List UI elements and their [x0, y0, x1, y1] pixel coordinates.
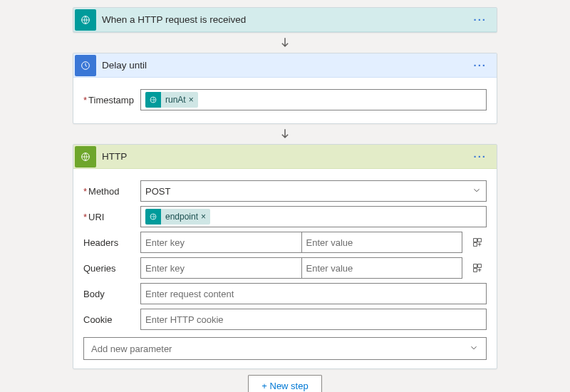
step-http-action: HTTP ··· Method POST URI endpoint — [73, 144, 497, 369]
svg-rect-8 — [474, 264, 477, 268]
connector-arrow — [0, 127, 570, 141]
step-http-trigger: When a HTTP request is received ··· — [73, 7, 497, 33]
method-select[interactable]: POST — [140, 180, 487, 202]
token-remove-button[interactable]: × — [189, 95, 194, 105]
method-value: POST — [145, 186, 170, 197]
cookie-input[interactable]: Enter HTTP cookie — [140, 309, 487, 330]
headers-key-input[interactable]: Enter key — [140, 232, 302, 253]
step-header[interactable]: HTTP ··· — [73, 145, 497, 169]
svg-rect-7 — [474, 243, 477, 247]
headers-value-input[interactable]: Enter value — [302, 232, 463, 253]
token-label: runAt — [165, 95, 186, 105]
uri-label: URI — [83, 212, 140, 222]
step-title: Delay until — [102, 60, 470, 71]
http-request-icon — [75, 9, 96, 31]
add-parameter-select[interactable]: Add new parameter — [83, 337, 487, 360]
body-input[interactable]: Enter request content — [140, 283, 487, 304]
connector-arrow — [0, 36, 570, 50]
token-runat[interactable]: runAt × — [145, 92, 198, 108]
clock-icon — [75, 55, 96, 76]
step-header[interactable]: When a HTTP request is received ··· — [73, 8, 497, 32]
queries-label: Queries — [83, 263, 140, 274]
token-label: endpoint — [165, 212, 198, 222]
svg-rect-6 — [478, 239, 482, 242]
queries-key-input[interactable]: Enter key — [140, 257, 302, 279]
http-request-icon — [145, 92, 161, 108]
token-remove-button[interactable]: × — [201, 212, 206, 222]
svg-rect-5 — [474, 239, 477, 242]
timestamp-input[interactable]: runAt × — [140, 89, 487, 110]
step-header[interactable]: Delay until ··· — [73, 53, 497, 78]
switch-mode-button[interactable] — [468, 232, 487, 253]
svg-rect-10 — [474, 269, 477, 272]
step-delay-until: Delay until ··· Timestamp runAt × — [73, 53, 497, 124]
globe-icon — [75, 146, 96, 167]
body-label: Body — [83, 289, 140, 299]
svg-rect-9 — [478, 264, 482, 268]
switch-mode-button[interactable] — [468, 257, 487, 279]
cookie-label: Cookie — [83, 314, 140, 325]
step-menu-button[interactable]: ··· — [470, 59, 489, 71]
new-step-container: + New step — [0, 375, 570, 392]
method-label: Method — [83, 186, 140, 197]
uri-input[interactable]: endpoint × — [140, 206, 487, 227]
timestamp-label: Timestamp — [83, 95, 140, 105]
headers-label: Headers — [83, 237, 140, 248]
http-request-icon — [145, 209, 161, 225]
workflow-canvas: When a HTTP request is received ··· Dela… — [0, 0, 570, 392]
step-title: HTTP — [102, 151, 470, 162]
step-title: When a HTTP request is received — [102, 14, 470, 25]
queries-value-input[interactable]: Enter value — [302, 257, 463, 279]
step-menu-button[interactable]: ··· — [470, 14, 489, 26]
chevron-down-icon — [472, 185, 482, 197]
new-step-button[interactable]: + New step — [248, 375, 321, 392]
step-menu-button[interactable]: ··· — [470, 150, 489, 163]
add-parameter-label: Add new parameter — [91, 344, 172, 354]
token-endpoint[interactable]: endpoint × — [145, 209, 210, 225]
chevron-down-icon — [469, 343, 479, 355]
